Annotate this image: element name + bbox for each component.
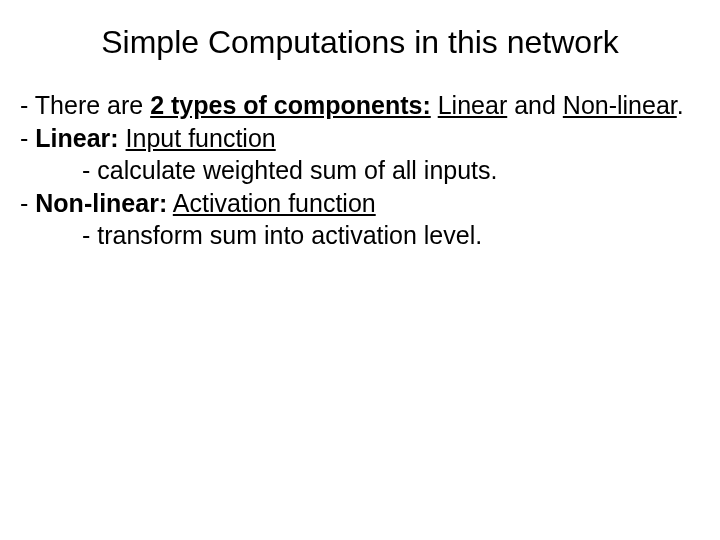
- text: There are: [35, 91, 150, 119]
- line-nonlinear-detail: - transform sum into activation level.: [20, 219, 700, 252]
- slide: Simple Computations in this network - Th…: [0, 0, 720, 540]
- line-nonlinear: - Non-linear: Activation function: [20, 187, 700, 220]
- text-underline: Non-linear: [563, 91, 677, 119]
- text-underline: Input function: [126, 124, 276, 152]
- line-components: - There are 2 types of components: Linea…: [20, 89, 700, 122]
- text-underline: Linear: [438, 91, 508, 119]
- dash: -: [20, 91, 35, 119]
- text: and: [507, 91, 563, 119]
- line-linear-detail: - calculate weighted sum of all inputs.: [20, 154, 700, 187]
- text-bold: Non-linear:: [35, 189, 167, 217]
- text: [119, 124, 126, 152]
- text: [431, 91, 438, 119]
- line-linear: - Linear: Input function: [20, 122, 700, 155]
- text: .: [677, 91, 684, 119]
- text: - transform sum into activation level.: [82, 221, 482, 249]
- slide-body: - There are 2 types of components: Linea…: [20, 89, 700, 252]
- text-bold-underline: 2 types of components:: [150, 91, 431, 119]
- dash: -: [20, 124, 35, 152]
- text: - calculate weighted sum of all inputs.: [82, 156, 498, 184]
- text-underline: Activation function: [173, 189, 376, 217]
- dash: -: [20, 189, 35, 217]
- slide-title: Simple Computations in this network: [20, 24, 700, 61]
- text-bold: Linear:: [35, 124, 118, 152]
